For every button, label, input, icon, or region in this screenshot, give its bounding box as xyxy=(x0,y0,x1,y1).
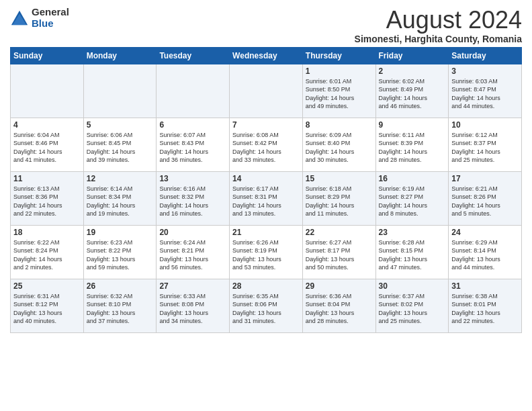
day-cell: 12Sunrise: 6:14 AM Sunset: 8:34 PM Dayli… xyxy=(83,171,157,225)
day-cell: 13Sunrise: 6:16 AM Sunset: 8:32 PM Dayli… xyxy=(157,171,230,225)
month-title: August 2024 xyxy=(355,7,522,34)
day-cell xyxy=(11,64,84,118)
day-number: 3 xyxy=(451,66,519,76)
header-sunday: Sunday xyxy=(11,47,84,64)
day-number: 15 xyxy=(306,174,373,183)
day-number: 22 xyxy=(306,228,373,237)
day-number: 12 xyxy=(87,174,154,183)
day-info: Sunrise: 6:21 AM Sunset: 8:26 PM Dayligh… xyxy=(451,185,519,218)
day-info: Sunrise: 6:38 AM Sunset: 8:01 PM Dayligh… xyxy=(451,292,519,326)
day-info: Sunrise: 6:08 AM Sunset: 8:42 PM Dayligh… xyxy=(232,131,300,165)
day-number: 27 xyxy=(159,281,226,291)
day-cell xyxy=(83,64,157,118)
day-number: 16 xyxy=(379,174,446,183)
day-cell: 9Sunrise: 6:11 AM Sunset: 8:39 PM Daylig… xyxy=(375,118,449,171)
header-thursday: Thursday xyxy=(302,47,375,64)
title-block: August 2024 Simonesti, Harghita County, … xyxy=(355,7,522,44)
day-cell: 24Sunrise: 6:29 AM Sunset: 8:14 PM Dayli… xyxy=(449,225,522,279)
day-cell: 18Sunrise: 6:22 AM Sunset: 8:24 PM Dayli… xyxy=(11,225,84,279)
day-cell: 1Sunrise: 6:01 AM Sunset: 8:50 PM Daylig… xyxy=(302,64,375,118)
day-info: Sunrise: 6:24 AM Sunset: 8:21 PM Dayligh… xyxy=(159,238,226,272)
day-number: 14 xyxy=(232,174,300,183)
day-cell: 10Sunrise: 6:12 AM Sunset: 8:37 PM Dayli… xyxy=(449,118,522,171)
day-number: 17 xyxy=(451,174,519,183)
day-info: Sunrise: 6:17 AM Sunset: 8:31 PM Dayligh… xyxy=(232,185,300,218)
header-wednesday: Wednesday xyxy=(230,47,303,64)
logo: General Blue xyxy=(10,7,69,29)
day-number: 7 xyxy=(232,120,300,130)
day-info: Sunrise: 6:33 AM Sunset: 8:08 PM Dayligh… xyxy=(159,292,226,326)
day-info: Sunrise: 6:16 AM Sunset: 8:32 PM Dayligh… xyxy=(159,185,226,218)
day-cell: 7Sunrise: 6:08 AM Sunset: 8:42 PM Daylig… xyxy=(230,118,303,171)
day-number: 29 xyxy=(306,281,373,291)
day-number: 5 xyxy=(87,120,154,130)
week-row-4: 18Sunrise: 6:22 AM Sunset: 8:24 PM Dayli… xyxy=(11,225,522,279)
week-row-1: 1Sunrise: 6:01 AM Sunset: 8:50 PM Daylig… xyxy=(11,64,522,118)
day-info: Sunrise: 6:19 AM Sunset: 8:27 PM Dayligh… xyxy=(379,185,446,218)
header-tuesday: Tuesday xyxy=(157,47,230,64)
day-number: 24 xyxy=(451,228,519,237)
day-cell: 20Sunrise: 6:24 AM Sunset: 8:21 PM Dayli… xyxy=(157,225,230,279)
day-cell: 23Sunrise: 6:28 AM Sunset: 8:15 PM Dayli… xyxy=(375,225,449,279)
day-cell: 5Sunrise: 6:06 AM Sunset: 8:45 PM Daylig… xyxy=(83,118,157,171)
day-info: Sunrise: 6:03 AM Sunset: 8:47 PM Dayligh… xyxy=(451,77,519,111)
day-cell: 25Sunrise: 6:31 AM Sunset: 8:12 PM Dayli… xyxy=(11,279,84,332)
day-info: Sunrise: 6:14 AM Sunset: 8:34 PM Dayligh… xyxy=(87,185,154,218)
day-cell: 26Sunrise: 6:32 AM Sunset: 8:10 PM Dayli… xyxy=(83,279,157,332)
day-cell: 29Sunrise: 6:36 AM Sunset: 8:04 PM Dayli… xyxy=(302,279,375,332)
header-row: SundayMondayTuesdayWednesdayThursdayFrid… xyxy=(11,47,522,64)
day-number: 9 xyxy=(379,120,446,130)
day-info: Sunrise: 6:31 AM Sunset: 8:12 PM Dayligh… xyxy=(13,292,81,326)
day-cell: 14Sunrise: 6:17 AM Sunset: 8:31 PM Dayli… xyxy=(230,171,303,225)
day-info: Sunrise: 6:36 AM Sunset: 8:04 PM Dayligh… xyxy=(306,292,373,326)
day-number: 10 xyxy=(451,120,519,130)
logo-text: General Blue xyxy=(32,7,69,29)
day-number: 11 xyxy=(13,174,81,183)
day-cell: 2Sunrise: 6:02 AM Sunset: 8:49 PM Daylig… xyxy=(375,64,449,118)
day-info: Sunrise: 6:04 AM Sunset: 8:46 PM Dayligh… xyxy=(13,131,81,165)
day-cell: 28Sunrise: 6:35 AM Sunset: 8:06 PM Dayli… xyxy=(230,279,303,332)
day-info: Sunrise: 6:22 AM Sunset: 8:24 PM Dayligh… xyxy=(13,238,81,272)
day-info: Sunrise: 6:13 AM Sunset: 8:36 PM Dayligh… xyxy=(13,185,81,218)
day-info: Sunrise: 6:28 AM Sunset: 8:15 PM Dayligh… xyxy=(379,238,446,272)
day-number: 28 xyxy=(232,281,300,291)
day-cell: 15Sunrise: 6:18 AM Sunset: 8:29 PM Dayli… xyxy=(302,171,375,225)
day-number: 13 xyxy=(159,174,226,183)
day-info: Sunrise: 6:27 AM Sunset: 8:17 PM Dayligh… xyxy=(306,238,373,272)
day-number: 20 xyxy=(159,228,226,237)
logo-general: General xyxy=(32,7,69,18)
day-number: 4 xyxy=(13,120,81,130)
day-cell: 17Sunrise: 6:21 AM Sunset: 8:26 PM Dayli… xyxy=(449,171,522,225)
day-info: Sunrise: 6:18 AM Sunset: 8:29 PM Dayligh… xyxy=(306,185,373,218)
day-info: Sunrise: 6:29 AM Sunset: 8:14 PM Dayligh… xyxy=(451,238,519,272)
day-info: Sunrise: 6:11 AM Sunset: 8:39 PM Dayligh… xyxy=(379,131,446,165)
day-info: Sunrise: 6:32 AM Sunset: 8:10 PM Dayligh… xyxy=(87,292,154,326)
logo-icon xyxy=(10,9,29,28)
header-monday: Monday xyxy=(83,47,157,64)
day-cell: 8Sunrise: 6:09 AM Sunset: 8:40 PM Daylig… xyxy=(302,118,375,171)
day-cell: 30Sunrise: 6:37 AM Sunset: 8:02 PM Dayli… xyxy=(375,279,449,332)
day-info: Sunrise: 6:26 AM Sunset: 8:19 PM Dayligh… xyxy=(232,238,300,272)
day-number: 19 xyxy=(87,228,154,237)
day-cell: 6Sunrise: 6:07 AM Sunset: 8:43 PM Daylig… xyxy=(157,118,230,171)
day-number: 6 xyxy=(159,120,226,130)
day-cell xyxy=(230,64,303,118)
day-number: 8 xyxy=(306,120,373,130)
day-number: 31 xyxy=(451,281,519,291)
day-number: 25 xyxy=(13,281,81,291)
header-friday: Friday xyxy=(375,47,449,64)
day-number: 2 xyxy=(379,66,446,76)
day-info: Sunrise: 6:09 AM Sunset: 8:40 PM Dayligh… xyxy=(306,131,373,165)
day-cell: 22Sunrise: 6:27 AM Sunset: 8:17 PM Dayli… xyxy=(302,225,375,279)
day-number: 18 xyxy=(13,228,81,237)
header: General Blue August 2024 Simonesti, Harg… xyxy=(10,7,522,44)
day-number: 23 xyxy=(379,228,446,237)
week-row-5: 25Sunrise: 6:31 AM Sunset: 8:12 PM Dayli… xyxy=(11,279,522,332)
day-info: Sunrise: 6:23 AM Sunset: 8:22 PM Dayligh… xyxy=(87,238,154,272)
day-number: 30 xyxy=(379,281,446,291)
day-number: 21 xyxy=(232,228,300,237)
day-cell: 16Sunrise: 6:19 AM Sunset: 8:27 PM Dayli… xyxy=(375,171,449,225)
day-number: 1 xyxy=(306,66,373,76)
day-cell: 21Sunrise: 6:26 AM Sunset: 8:19 PM Dayli… xyxy=(230,225,303,279)
week-row-3: 11Sunrise: 6:13 AM Sunset: 8:36 PM Dayli… xyxy=(11,171,522,225)
